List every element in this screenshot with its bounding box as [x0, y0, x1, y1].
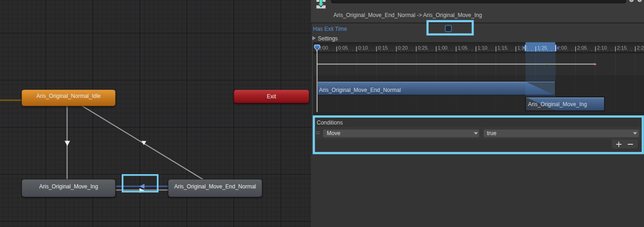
svg-text:1:25: 1:25 — [537, 45, 547, 51]
svg-text:0:15: 0:15 — [378, 45, 388, 51]
svg-text:1:10: 1:10 — [478, 45, 487, 51]
svg-text:Settings: Settings — [318, 35, 338, 42]
svg-text:2:05: 2:05 — [577, 45, 587, 51]
svg-text:2:20: 2:20 — [637, 45, 644, 51]
svg-text:Move: Move — [327, 130, 341, 136]
svg-text:1:00: 1:00 — [438, 45, 447, 51]
svg-text:Conditions: Conditions — [317, 119, 343, 126]
svg-text:0:20: 0:20 — [398, 45, 407, 51]
svg-text:Aris_Original_Move_End_Normal: Aris_Original_Move_End_Normal — [319, 87, 401, 93]
svg-text:0:05: 0:05 — [338, 45, 348, 51]
svg-text:Aris_Original_Move_End_Normal: Aris_Original_Move_End_Normal — [174, 183, 256, 190]
svg-text:0:10: 0:10 — [358, 45, 367, 51]
svg-text:Has Exit Time: Has Exit Time — [313, 26, 347, 32]
svg-text:2:15: 2:15 — [617, 45, 627, 51]
svg-text:Aris_Original_Move_End_Normal: Aris_Original_Move_End_Normal -> Aris_Or… — [333, 12, 482, 18]
svg-text:Aris_Original_Move_Ing: Aris_Original_Move_Ing — [528, 101, 587, 108]
svg-text:true: true — [487, 130, 497, 136]
svg-text:0:25: 0:25 — [418, 45, 427, 51]
svg-text:Exit: Exit — [267, 93, 277, 100]
svg-text:1:05: 1:05 — [458, 45, 467, 51]
svg-text:1:15: 1:15 — [497, 45, 507, 51]
svg-text:Aris_Original_Move_Ing: Aris_Original_Move_Ing — [39, 183, 98, 190]
svg-text:2:10: 2:10 — [597, 45, 607, 51]
svg-text:Aris_Original_Normal_Idle: Aris_Original_Normal_Idle — [36, 93, 101, 99]
